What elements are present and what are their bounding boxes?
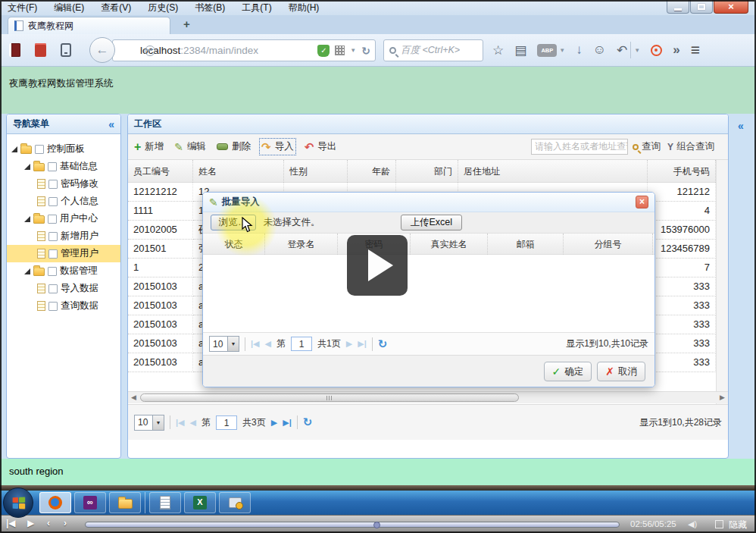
upload-excel-button[interactable]: 上传Excel	[401, 215, 463, 230]
video-progress-slider[interactable]	[85, 522, 620, 528]
cancel-button[interactable]: ✗ 取消	[597, 362, 645, 381]
refresh-button[interactable]: ↻	[303, 415, 313, 429]
vertical-scrollbar[interactable]	[716, 160, 728, 410]
prev-button[interactable]: ‹	[47, 518, 50, 528]
skip-start-button[interactable]: |◀	[6, 518, 16, 528]
page-size-dropdown-icon[interactable]: ▼	[227, 337, 239, 351]
delete-button[interactable]: 删除	[217, 140, 251, 153]
edit-button[interactable]: ✎编辑	[174, 140, 206, 153]
menubar-item[interactable]: 编辑(E)	[54, 0, 84, 15]
video-play-button[interactable]	[347, 235, 408, 296]
menubar-item[interactable]: 工具(T)	[242, 0, 271, 15]
ok-button[interactable]: ✓ 确定	[544, 362, 592, 381]
scroll-right-icon[interactable]: ▶	[720, 393, 725, 401]
menubar-item[interactable]: 文件(F)	[8, 0, 37, 15]
hide-label[interactable]: 隐藏	[729, 519, 747, 531]
tree-checkbox[interactable]	[35, 145, 44, 154]
tree-checkbox[interactable]	[48, 232, 58, 241]
tree-checkbox[interactable]	[48, 197, 58, 206]
pocket-addon-icon[interactable]	[9, 43, 20, 57]
dialog-grid-header-cell[interactable]: 邮箱	[488, 234, 564, 255]
first-page-button[interactable]: |◀	[176, 418, 185, 428]
page-size-dropdown-icon[interactable]: ▼	[152, 415, 164, 430]
grid-header-cell[interactable]: 性别	[284, 160, 348, 183]
export-button[interactable]: ↶导出	[305, 140, 337, 153]
undo-icon[interactable]: ↶	[617, 42, 627, 58]
url-bar[interactable]: localhost:2384/main/index ✓ ▼ ↻	[112, 39, 376, 61]
tree-item[interactable]: 数据管理	[7, 262, 120, 280]
east-collapse-icon[interactable]: «	[738, 120, 744, 132]
grid-header-cell[interactable]: 手机号码	[648, 160, 716, 183]
tree-checkbox[interactable]	[48, 162, 57, 171]
next-button[interactable]: ›	[64, 518, 67, 528]
tree-checkbox[interactable]	[48, 249, 58, 259]
dialog-titlebar[interactable]: ✎ 批量导入 ×	[203, 193, 654, 212]
prev-page-button[interactable]: ◀	[265, 339, 271, 349]
browser-tab[interactable]: 夜鹰教程网	[8, 17, 170, 34]
expand-icon[interactable]	[24, 164, 30, 170]
grid-header-cell[interactable]: 部门	[396, 160, 458, 183]
undo-dropdown-icon[interactable]: ▼	[634, 47, 640, 54]
page-number-input[interactable]: 1	[291, 337, 312, 351]
menubar-item[interactable]: 帮助(H)	[289, 0, 320, 15]
slider-thumb[interactable]	[373, 522, 380, 528]
bookmarks-list-icon[interactable]: ▤	[514, 42, 526, 58]
page-size-select[interactable]: 10▼	[134, 415, 164, 431]
tree-checkbox[interactable]	[48, 215, 57, 224]
expand-icon[interactable]	[24, 268, 30, 274]
bookmark-star-icon[interactable]: ☆	[492, 42, 504, 58]
dialog-grid-header-cell[interactable]: 登录名	[265, 234, 338, 255]
back-button[interactable]: ←	[89, 37, 115, 63]
dialog-grid-header-cell[interactable]: 分组号	[564, 234, 653, 255]
taskbar-firefox[interactable]	[39, 492, 71, 513]
menubar-item[interactable]: 查看(V)	[101, 0, 131, 15]
tree-item[interactable]: 用户中心	[7, 210, 120, 227]
employee-search-input[interactable]: 请输入姓名或者地址查询!	[531, 139, 628, 155]
weibo-icon[interactable]	[651, 45, 662, 56]
query-button[interactable]: 查询	[633, 140, 661, 153]
first-page-button[interactable]: |◀	[251, 339, 260, 349]
tree-item[interactable]: 基础信息	[7, 158, 120, 175]
taskbar-visual-studio[interactable]: ∞	[74, 492, 106, 513]
next-page-button[interactable]: ▶	[346, 339, 352, 349]
grid-header-cell[interactable]: 姓名	[193, 160, 284, 183]
grid-header-cell[interactable]: 居住地址	[458, 160, 648, 183]
refresh-button[interactable]: ↻	[378, 337, 388, 351]
taskbar-notepad[interactable]	[149, 492, 181, 513]
dialog-close-button[interactable]: ×	[636, 196, 648, 208]
speaker-icon[interactable]: ◀)	[688, 519, 697, 529]
taskbar-admin-tool[interactable]	[219, 492, 251, 513]
tree-item[interactable]: 新增用户	[7, 227, 120, 245]
import-button[interactable]: ↷导入	[261, 140, 294, 153]
tree-checkbox[interactable]	[48, 302, 58, 311]
prev-page-button[interactable]: ◀	[190, 418, 196, 428]
tree-item[interactable]: 管理用户	[7, 245, 120, 262]
page-number-input[interactable]: 1	[216, 415, 237, 430]
qr-code-icon[interactable]	[335, 45, 345, 55]
taskbar-explorer[interactable]	[109, 492, 141, 513]
tree-checkbox[interactable]	[48, 284, 58, 293]
scroll-left-icon[interactable]: ◀	[131, 393, 136, 401]
menubar-item[interactable]: 书签(B)	[195, 0, 225, 15]
tree-item[interactable]: 控制面板	[7, 140, 120, 158]
add-button[interactable]: +新增	[134, 140, 164, 153]
minimize-button[interactable]	[667, 0, 689, 14]
security-shield-icon[interactable]: ✓	[317, 45, 330, 57]
next-page-button[interactable]: ▶	[271, 418, 277, 428]
url-dropdown-icon[interactable]: ▼	[350, 47, 356, 54]
last-page-button[interactable]: ▶|	[283, 418, 292, 428]
more-tools-icon[interactable]: »	[673, 42, 679, 58]
tree-checkbox[interactable]	[48, 180, 58, 189]
tree-item[interactable]: 导入数据	[7, 280, 120, 297]
browser-search-box[interactable]: 百度 <Ctrl+K>	[383, 39, 483, 61]
red-book-addon-icon[interactable]	[35, 43, 46, 57]
dialog-grid-header-cell[interactable]: 状态	[203, 234, 265, 255]
maximize-button[interactable]	[690, 0, 713, 14]
reload-icon[interactable]: ↻	[361, 45, 370, 57]
menubar-item[interactable]: 历史(S)	[148, 0, 178, 15]
dialog-grid-header-cell[interactable]: 真实姓名	[411, 234, 488, 255]
tree-item[interactable]: 查询数据	[7, 297, 120, 315]
page-size-select[interactable]: 10▼	[209, 336, 239, 352]
send-to-device-icon[interactable]	[61, 43, 71, 57]
play-button[interactable]: ▶	[27, 518, 34, 528]
